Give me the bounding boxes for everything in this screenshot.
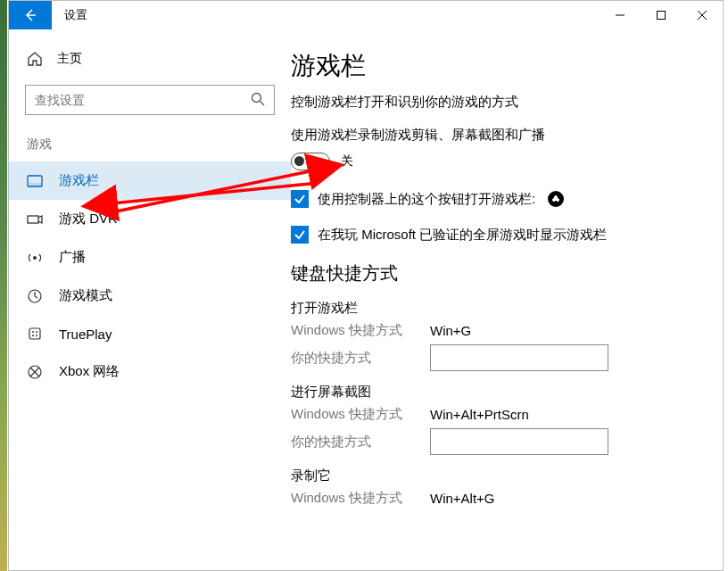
fullscreen-show-checkbox-row: 在我玩 Microsoft 已验证的全屏游戏时显示游戏栏	[291, 226, 705, 244]
back-button[interactable]	[9, 1, 52, 29]
windows-shortcut-value: Win+G	[430, 323, 471, 338]
your-shortcut-input-screenshot[interactable]	[430, 428, 608, 455]
svg-rect-2	[658, 12, 666, 20]
checkbox-label: 使用控制器上的这个按钮打开游戏栏:	[318, 191, 535, 208]
shortcut-title: 打开游戏栏	[291, 300, 705, 317]
check-icon	[294, 193, 306, 205]
window-controls	[600, 1, 723, 29]
back-arrow-icon	[23, 8, 37, 22]
page-description: 控制游戏栏打开和识别你的游戏的方式	[291, 94, 705, 111]
sidebar-item-label: 广播	[59, 249, 86, 266]
shortcut-group-open-gamebar: 打开游戏栏 Windows 快捷方式 Win+G 你的快捷方式	[291, 300, 705, 371]
game-bar-icon	[27, 175, 43, 187]
your-shortcut-input-open[interactable]	[430, 344, 608, 371]
checkbox-label: 在我玩 Microsoft 已验证的全屏游戏时显示游戏栏	[318, 227, 607, 244]
minimize-icon	[615, 10, 625, 21]
windows-shortcut-label: Windows 快捷方式	[291, 406, 430, 423]
your-shortcut-label: 你的快捷方式	[291, 434, 430, 451]
search-icon	[250, 91, 266, 110]
svg-point-11	[32, 331, 34, 333]
svg-point-12	[36, 331, 37, 333]
svg-point-13	[32, 335, 34, 336]
sidebar-item-xbox-network[interactable]: Xbox 网络	[9, 352, 291, 391]
windows-shortcut-label: Windows 快捷方式	[291, 322, 430, 339]
home-label: 主页	[57, 51, 82, 67]
sidebar-item-label: Xbox 网络	[59, 363, 120, 380]
shortcut-group-record: 录制它 Windows 快捷方式 Win+Alt+G	[291, 468, 705, 507]
sidebar-item-game-mode[interactable]: 游戏模式	[9, 277, 291, 315]
shortcut-title: 进行屏幕截图	[291, 384, 705, 401]
search-input[interactable]	[25, 85, 275, 115]
windows-shortcut-value: Win+Alt+G	[430, 491, 495, 506]
sidebar-item-label: 游戏 DVR	[59, 211, 118, 228]
sidebar-item-label: TruePlay	[59, 327, 112, 342]
sidebar-group-label: 游戏	[9, 131, 291, 161]
svg-point-3	[252, 94, 261, 103]
sidebar-item-label: 游戏模式	[59, 287, 112, 304]
window-title: 设置	[64, 7, 600, 23]
main-content: 游戏栏 控制游戏栏打开和识别你的游戏的方式 使用游戏栏录制游戏剪辑、屏幕截图和广…	[291, 29, 723, 570]
toggle-knob	[294, 156, 304, 166]
toggle-state-text: 关	[341, 153, 353, 170]
toggle-label: 使用游戏栏录制游戏剪辑、屏幕截图和广播	[291, 127, 705, 144]
close-icon	[697, 10, 707, 21]
svg-line-4	[261, 102, 265, 106]
controller-open-checkbox-row: 使用控制器上的这个按钮打开游戏栏:	[291, 190, 705, 208]
xbox-button-icon	[548, 191, 564, 207]
home-nav[interactable]: 主页	[9, 44, 291, 74]
settings-window: 设置 主页	[8, 0, 724, 571]
sidebar: 主页 游戏 游戏栏 游戏 DVR	[9, 29, 291, 570]
close-button[interactable]	[682, 1, 723, 29]
dvr-icon	[27, 213, 43, 226]
check-icon	[294, 228, 306, 241]
maximize-button[interactable]	[641, 1, 682, 29]
home-icon	[27, 51, 43, 67]
xbox-network-icon	[27, 364, 43, 380]
shortcut-title: 录制它	[291, 468, 705, 484]
sidebar-item-trueplay[interactable]: TruePlay	[9, 315, 291, 352]
svg-rect-10	[29, 328, 40, 339]
game-mode-icon	[27, 288, 43, 304]
broadcast-icon	[27, 250, 43, 266]
titlebar: 设置	[9, 1, 723, 29]
windows-shortcut-value: Win+Alt+PrtScrn	[430, 407, 529, 422]
sidebar-item-broadcast[interactable]: 广播	[9, 238, 291, 277]
sidebar-item-game-bar[interactable]: 游戏栏	[9, 161, 291, 200]
shortcut-group-screenshot: 进行屏幕截图 Windows 快捷方式 Win+Alt+PrtScrn 你的快捷…	[291, 384, 705, 455]
svg-rect-6	[28, 183, 42, 186]
game-bar-toggle[interactable]	[291, 153, 330, 170]
controller-open-checkbox[interactable]	[291, 190, 309, 208]
svg-point-8	[33, 256, 37, 260]
svg-rect-7	[28, 216, 38, 223]
trueplay-icon	[27, 326, 43, 342]
sidebar-item-label: 游戏栏	[59, 172, 99, 189]
fullscreen-show-checkbox[interactable]	[291, 226, 309, 244]
windows-shortcut-label: Windows 快捷方式	[291, 490, 430, 507]
desktop-background-sliver	[0, 0, 7, 571]
search-wrap	[25, 85, 275, 115]
maximize-icon	[656, 10, 666, 21]
your-shortcut-label: 你的快捷方式	[291, 350, 430, 367]
sidebar-item-game-dvr[interactable]: 游戏 DVR	[9, 200, 291, 238]
svg-point-14	[36, 335, 37, 336]
minimize-button[interactable]	[600, 1, 641, 29]
shortcuts-heading: 键盘快捷方式	[291, 261, 705, 286]
page-heading: 游戏栏	[291, 49, 705, 83]
